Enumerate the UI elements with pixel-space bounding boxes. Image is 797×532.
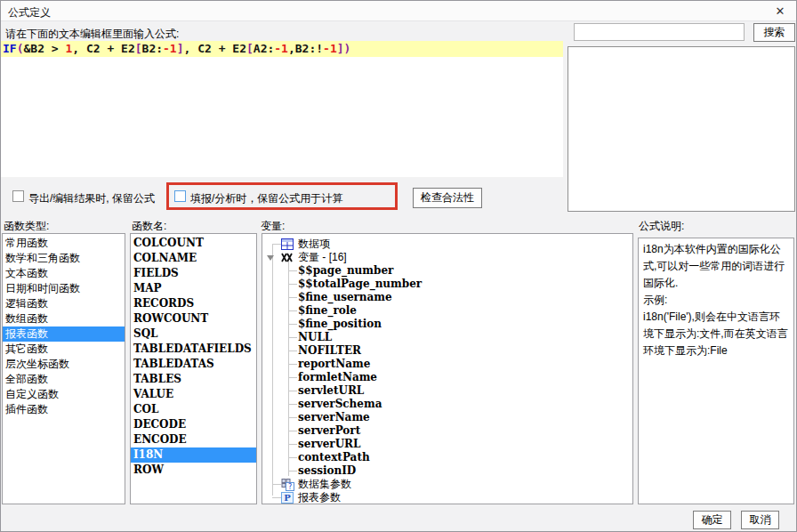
- function-name-item[interactable]: SQL: [131, 326, 256, 342]
- formula-prompt-label: 请在下面的文本编辑框里面输入公式:: [5, 27, 179, 42]
- variable-icon: [281, 252, 294, 263]
- tree-item[interactable]: NULL: [262, 331, 632, 344]
- function-name-list: COLCOUNTCOLNAMEFIELDSMAPRECORDSROWCOUNTS…: [130, 233, 257, 504]
- formula-editor[interactable]: IF(&B2 > 1, C2 + E2[B2:-1], C2 + E2[A2:-…: [1, 41, 563, 177]
- tree-item-label: serverURL: [298, 438, 361, 450]
- tree-item[interactable]: servletURL: [262, 384, 632, 398]
- tree-item[interactable]: P报表参数: [262, 491, 632, 504]
- function-name-item[interactable]: COLCOUNT: [131, 236, 256, 251]
- ok-button[interactable]: 确定: [693, 511, 731, 529]
- tree-item[interactable]: 变量 - [16]: [262, 251, 632, 264]
- tree-item-label: reportName: [298, 358, 370, 370]
- tree-item-label: formletName: [298, 371, 377, 383]
- function-type-item[interactable]: 数学和三角函数: [3, 251, 125, 266]
- formula-token: B2:: [142, 42, 163, 55]
- formula-text[interactable]: IF(&B2 > 1, C2 + E2[B2:-1], C2 + E2[A2:-…: [1, 41, 563, 57]
- tree-item[interactable]: $$totalPage_number: [262, 278, 632, 291]
- search-results-box[interactable]: [568, 46, 795, 212]
- expander-icon[interactable]: [267, 255, 274, 261]
- description-line: i18n为本软件内置的国际化公式,可以对一些常用的词语进行国际化.: [643, 241, 789, 292]
- function-type-item[interactable]: 全部函数: [3, 372, 125, 387]
- formula-token: -1: [274, 42, 288, 55]
- function-name-item[interactable]: TABLEDATAFIELDS: [131, 342, 256, 357]
- keep-formula-analysis-checkbox[interactable]: [174, 190, 186, 202]
- tree-item[interactable]: contextPath: [262, 451, 632, 464]
- function-name-item[interactable]: I18N: [131, 447, 256, 463]
- function-name-item[interactable]: FIELDS: [131, 266, 256, 281]
- function-name-item[interactable]: RECORDS: [131, 296, 256, 311]
- function-name-item[interactable]: ENCODE: [131, 432, 256, 447]
- tree-item-label: sessionID: [298, 464, 356, 477]
- formula-token: A2:: [254, 42, 274, 55]
- formula-token: , C2 + E2: [184, 42, 246, 55]
- tree-item-label: 报表参数: [298, 491, 341, 504]
- tree-item[interactable]: reportName: [262, 358, 632, 371]
- check-validity-button[interactable]: 检查合法性: [413, 188, 482, 208]
- tree-item[interactable]: serverURL: [262, 438, 632, 451]
- function-type-item[interactable]: 其它函数: [3, 342, 125, 357]
- formula-token: ]: [177, 42, 184, 55]
- tree-item[interactable]: NOFILTER: [262, 344, 632, 358]
- tree-item[interactable]: formletName: [262, 371, 632, 384]
- function-name-item[interactable]: TABLEDATAS: [131, 357, 256, 372]
- formula-description-panel: i18n为本软件内置的国际化公式,可以对一些常用的词语进行国际化.示例:i18n…: [638, 238, 794, 504]
- keep-formula-analysis-label: 填报/分析时，保留公式用于计算: [190, 191, 342, 206]
- function-type-item[interactable]: 插件函数: [3, 402, 125, 417]
- close-icon[interactable]: ✕: [771, 4, 789, 20]
- report-param-icon: P: [281, 492, 294, 504]
- function-type-item[interactable]: 常用函数: [3, 236, 125, 251]
- tree-item[interactable]: serverPort: [262, 424, 632, 438]
- search-input[interactable]: [574, 23, 745, 41]
- tree-item-label: $fine_username: [298, 291, 392, 303]
- tree-item[interactable]: sessionID: [262, 464, 632, 478]
- tree-item[interactable]: $$page_number: [262, 264, 632, 278]
- function-type-item[interactable]: 日期和时间函数: [3, 281, 125, 296]
- tree-item[interactable]: 数据项: [262, 238, 632, 251]
- formula-token: ,B2:!: [288, 42, 323, 55]
- dataset-param-icon: ?: [281, 479, 294, 490]
- function-type-item[interactable]: 逻辑函数: [3, 296, 125, 311]
- tree-item[interactable]: serverName: [262, 411, 632, 424]
- title-bar: 公式定义 ✕: [1, 1, 796, 21]
- tree-item-label: $fine_position: [298, 318, 382, 330]
- tree-item[interactable]: $fine_username: [262, 291, 632, 304]
- function-name-item[interactable]: ROW: [131, 463, 256, 478]
- function-type-item[interactable]: 报表函数: [3, 326, 125, 342]
- tree-item-label: contextPath: [298, 451, 370, 463]
- function-type-item[interactable]: 层次坐标函数: [3, 357, 125, 372]
- function-name-header: 函数名:: [132, 219, 166, 234]
- tree-item-label: NULL: [298, 331, 332, 343]
- function-name-item[interactable]: MAP: [131, 281, 256, 296]
- function-type-item[interactable]: 自定义函数: [3, 387, 125, 402]
- function-type-item[interactable]: 数组函数: [3, 311, 125, 326]
- function-name-item[interactable]: DECODE: [131, 417, 256, 432]
- function-type-item[interactable]: 文本函数: [3, 266, 125, 281]
- keep-formula-export-label: 导出/编辑结果时, 保留公式: [28, 191, 155, 206]
- tree-item[interactable]: $fine_position: [262, 318, 632, 331]
- cancel-button[interactable]: 取消: [741, 511, 779, 529]
- tree-item-label: 变量 - [16]: [298, 251, 347, 263]
- tree-item-label: 数据集参数: [298, 478, 351, 490]
- search-button[interactable]: 搜索: [753, 23, 795, 42]
- tree-item-label: servletURL: [298, 384, 364, 397]
- tree-item[interactable]: ?数据集参数: [262, 478, 632, 491]
- tree-item[interactable]: serverSchema: [262, 398, 632, 411]
- keep-formula-export-checkbox[interactable]: [12, 190, 24, 202]
- function-name-item[interactable]: COL: [131, 402, 256, 417]
- formula-description-header: 公式说明:: [639, 219, 684, 234]
- function-name-item[interactable]: COLNAME: [131, 251, 256, 266]
- tree-item-label: NOFILTER: [298, 344, 361, 357]
- tree-item[interactable]: $fine_role: [262, 304, 632, 318]
- data-item-icon: [281, 238, 294, 250]
- formula-token: -1: [163, 42, 177, 55]
- function-name-item[interactable]: TABLES: [131, 372, 256, 387]
- formula-token: -1: [323, 42, 337, 55]
- function-type-header: 函数类型:: [4, 219, 49, 234]
- tree-item-label: $fine_role: [298, 304, 357, 317]
- function-name-item[interactable]: VALUE: [131, 387, 256, 402]
- description-line: i18n('File'),则会在中文语言环境下显示为:文件,而在英文语言环境下显…: [643, 309, 789, 359]
- tree-item-label: serverPort: [298, 424, 360, 437]
- formula-token: ]: [337, 42, 344, 55]
- formula-token: [: [246, 42, 254, 55]
- function-name-item[interactable]: ROWCOUNT: [131, 311, 256, 326]
